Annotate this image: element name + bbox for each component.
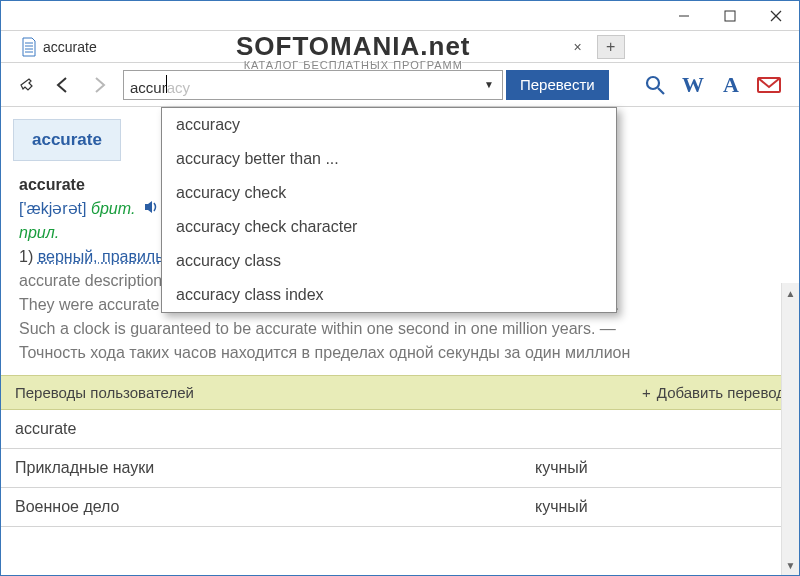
example-3: Such a clock is guaranteed to be accurat… bbox=[19, 317, 781, 341]
user-translations: Переводы пользователей + Добавить перево… bbox=[1, 375, 799, 527]
user-translations-title: Переводы пользователей bbox=[15, 384, 194, 401]
brit-label: брит. bbox=[91, 200, 135, 217]
wikipedia-icon[interactable]: W bbox=[679, 71, 707, 99]
word-tab[interactable]: accurate bbox=[13, 119, 121, 161]
search-icon[interactable] bbox=[641, 71, 669, 99]
table-row: Военное дело кучный bbox=[1, 488, 799, 527]
value-cell: кучный bbox=[535, 498, 785, 516]
search-input[interactable] bbox=[130, 76, 482, 93]
back-button[interactable] bbox=[47, 69, 79, 101]
search-dropdown-button[interactable]: ▼ bbox=[482, 79, 496, 90]
suggestion-item[interactable]: accuracy better than ... bbox=[162, 142, 616, 176]
ipa: ['ækjərət] bbox=[19, 200, 87, 217]
plus-icon: + bbox=[642, 384, 651, 401]
domain-cell: Военное дело bbox=[15, 498, 535, 516]
font-icon[interactable]: A bbox=[717, 71, 745, 99]
suggestion-item[interactable]: accuracy class index bbox=[162, 278, 616, 312]
scroll-up-button[interactable]: ▲ bbox=[782, 283, 799, 303]
title-bar bbox=[1, 1, 799, 31]
suggestion-item[interactable]: accuracy bbox=[162, 108, 616, 142]
domain-cell: Прикладные науки bbox=[15, 459, 535, 477]
app-window: accurate × + SOFTOMANIA.net КАТАЛОГ БЕСП… bbox=[0, 0, 800, 576]
scroll-down-button[interactable]: ▼ bbox=[782, 555, 799, 575]
forward-button[interactable] bbox=[83, 69, 115, 101]
translate-button[interactable]: Перевести bbox=[506, 70, 609, 100]
value-cell: кучный bbox=[535, 459, 785, 477]
table-row: Прикладные науки кучный bbox=[1, 449, 799, 488]
suggestion-item[interactable]: accuracy check bbox=[162, 176, 616, 210]
add-translation-button[interactable]: + Добавить перевод bbox=[642, 384, 785, 401]
svg-line-9 bbox=[658, 88, 664, 94]
maximize-button[interactable] bbox=[707, 2, 753, 30]
suggestion-item[interactable]: accuracy check character bbox=[162, 210, 616, 244]
mail-icon[interactable] bbox=[755, 71, 783, 99]
minimize-button[interactable] bbox=[661, 2, 707, 30]
svg-rect-1 bbox=[725, 11, 735, 21]
svg-point-8 bbox=[647, 77, 659, 89]
suggestion-item[interactable]: accuracy class bbox=[162, 244, 616, 278]
scrollbar[interactable]: ▲ ▼ bbox=[781, 283, 799, 575]
example-4: Точность хода таких часов находится в пр… bbox=[19, 341, 781, 365]
tab-bar: accurate × + bbox=[1, 31, 799, 63]
user-word-row: accurate bbox=[1, 410, 799, 449]
autocomplete-dropdown: accuracy accuracy better than ... accura… bbox=[161, 107, 617, 313]
user-translations-header: Переводы пользователей + Добавить перево… bbox=[1, 375, 799, 410]
tab-accurate[interactable]: accurate bbox=[11, 31, 107, 62]
pin-button[interactable] bbox=[11, 69, 43, 101]
new-tab-button[interactable]: + bbox=[597, 35, 625, 59]
tab-title: accurate bbox=[43, 39, 97, 55]
tab-close-button[interactable]: × bbox=[567, 36, 589, 58]
search-field[interactable]: accuracy ▼ bbox=[123, 70, 503, 100]
toolbar: accuracy ▼ Перевести W A bbox=[1, 63, 799, 107]
close-button[interactable] bbox=[753, 2, 799, 30]
right-tools: W A bbox=[641, 71, 789, 99]
document-icon bbox=[21, 37, 37, 57]
audio-icon[interactable] bbox=[144, 200, 160, 217]
